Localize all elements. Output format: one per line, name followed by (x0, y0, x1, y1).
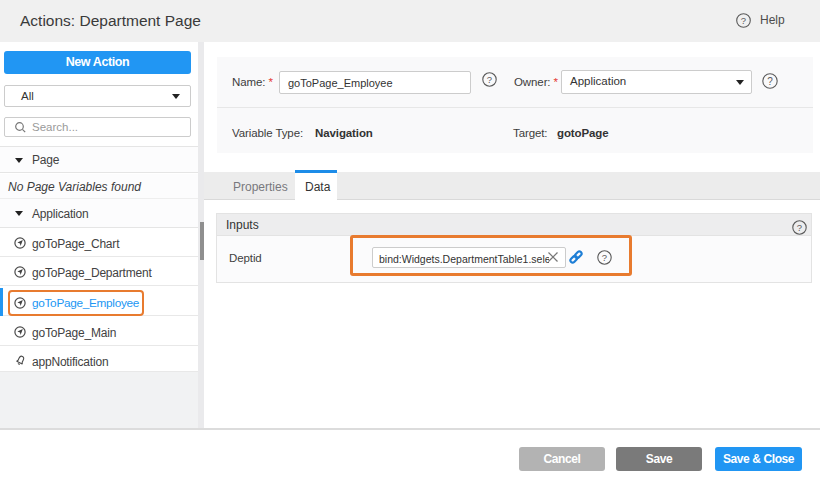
svg-text:?: ? (741, 15, 746, 26)
svg-text:?: ? (797, 222, 802, 233)
svg-text:?: ? (602, 252, 607, 263)
svg-text:?: ? (767, 76, 773, 87)
svg-text:?: ? (487, 74, 492, 85)
